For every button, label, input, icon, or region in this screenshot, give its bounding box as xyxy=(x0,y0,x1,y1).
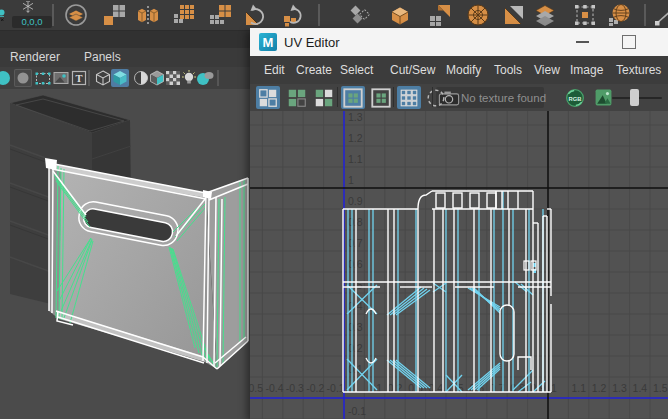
toolbar-separator xyxy=(52,4,54,26)
toolbar-separator xyxy=(644,4,646,26)
uv-editor-window: M UV Editor EditCreateSelectCut/SewModif… xyxy=(250,28,668,419)
svg-text:0.9: 0.9 xyxy=(348,195,363,207)
uv-menu-image[interactable]: Image xyxy=(570,63,603,77)
dim-image-slider-handle[interactable] xyxy=(630,89,639,106)
uv-shell-wireframe xyxy=(343,191,551,392)
uv-tiles-green-button[interactable] xyxy=(285,86,309,109)
uv-gridlines xyxy=(250,111,668,419)
svg-text:1.3: 1.3 xyxy=(612,382,627,394)
image-display-icon[interactable] xyxy=(591,86,615,109)
grid-border-alt-button[interactable] xyxy=(369,86,393,109)
uv-menu-select[interactable]: Select xyxy=(340,63,373,77)
maximize-button[interactable] xyxy=(622,35,636,49)
uv-axes xyxy=(250,111,668,419)
toolbar-separator xyxy=(318,4,320,26)
uv-menu-textures[interactable]: Textures xyxy=(616,63,661,77)
rgb-channel-icon[interactable]: RGB xyxy=(563,86,587,109)
image-plane-icon[interactable] xyxy=(52,69,70,87)
uv-menu-modify[interactable]: Modify xyxy=(446,63,481,77)
layout-blocks-icon[interactable] xyxy=(206,2,234,28)
svg-text:RGB: RGB xyxy=(569,95,582,101)
svg-text:1.3: 1.3 xyxy=(348,111,363,123)
grid-border-button[interactable] xyxy=(341,86,365,109)
svg-text:1.4: 1.4 xyxy=(633,382,648,394)
uv-menu-create[interactable]: Create xyxy=(296,63,332,77)
fold-corner-icon[interactable] xyxy=(500,2,528,28)
render-ball-button[interactable] xyxy=(14,69,32,87)
svg-text:-0.5: -0.5 xyxy=(250,382,263,394)
uv-grid-svg: -0.5-0.4-0.3-0.2-0.10.10.20.30.40.50.60.… xyxy=(250,111,668,419)
toolbar-separator xyxy=(393,87,394,107)
text-hud-icon[interactable]: T xyxy=(70,69,88,87)
viewport-scene xyxy=(0,89,250,419)
svg-text:-0.2: -0.2 xyxy=(306,382,324,394)
uv-menu-tools[interactable]: Tools xyxy=(494,63,522,77)
shade-uvs-button[interactable] xyxy=(424,86,448,109)
svg-text:1.1: 1.1 xyxy=(348,153,363,165)
paint-sphere-icon[interactable] xyxy=(196,69,214,87)
svg-text:1: 1 xyxy=(551,382,557,394)
mirror-uv-icon[interactable] xyxy=(134,2,162,28)
svg-text:-0.4: -0.4 xyxy=(265,382,283,394)
shaded-mode-icon[interactable] xyxy=(111,69,129,87)
pin-tool-icon[interactable] xyxy=(652,2,668,28)
svg-text:1: 1 xyxy=(348,174,354,186)
wireframe-mode-icon[interactable] xyxy=(94,69,112,87)
svg-text:T: T xyxy=(75,73,82,84)
uv-tiles-mixed-button[interactable] xyxy=(312,86,336,109)
viewport-menubar: RendererPanels xyxy=(0,48,250,67)
uv-editor-menubar: EditCreateSelectCut/SewModifyToolsViewIm… xyxy=(250,56,668,84)
selected-panel-mesh[interactable] xyxy=(45,158,248,369)
transform-box-icon[interactable] xyxy=(571,2,599,28)
spherical-projection-icon[interactable] xyxy=(605,2,633,28)
viewport-iconbar: T xyxy=(0,67,250,89)
viewport-menu-panels[interactable]: Panels xyxy=(84,50,121,64)
window-title: UV Editor xyxy=(284,35,340,50)
svg-text:-0.1: -0.1 xyxy=(327,382,345,394)
3d-viewport[interactable] xyxy=(0,89,250,419)
viewport-menu-renderer[interactable]: Renderer xyxy=(10,50,60,64)
uv-tiles-button[interactable] xyxy=(256,86,280,109)
svg-text:1.2: 1.2 xyxy=(348,132,363,144)
unfold-cube-icon[interactable] xyxy=(386,2,414,28)
unfold-tiles-icon[interactable] xyxy=(426,2,454,28)
svg-text:1.2: 1.2 xyxy=(592,382,607,394)
toolbar-separator xyxy=(337,87,338,107)
uv-wheel-icon[interactable] xyxy=(464,2,492,28)
stack-shells-icon[interactable] xyxy=(531,2,559,28)
maya-workspace: { "top_toolbar": { "coord_readout": "0,0… xyxy=(0,0,668,419)
freeze-snowflake-icon[interactable] xyxy=(14,1,42,16)
minimize-button[interactable] xyxy=(576,41,589,43)
uv-axis-labels: -0.5-0.4-0.3-0.2-0.10.10.20.30.40.50.60.… xyxy=(250,111,668,417)
pixel-grid-button[interactable] xyxy=(397,86,421,109)
toolbar-separator xyxy=(217,70,219,86)
isolate-layers-icon[interactable] xyxy=(62,2,90,28)
orient-shells-icon[interactable] xyxy=(242,2,270,28)
uv-editor-titlebar[interactable]: M UV Editor xyxy=(250,28,668,56)
main-toolbar xyxy=(0,0,668,31)
viewport-panel: RendererPanels T xyxy=(0,48,250,419)
layout-grid-icon[interactable] xyxy=(170,2,198,28)
snap-settings-icon[interactable] xyxy=(0,2,12,28)
select-shells-icon[interactable] xyxy=(346,2,374,28)
copy-tiles-icon[interactable] xyxy=(100,2,128,28)
toolbar-separator xyxy=(88,70,90,86)
coordinate-readout: 0,0,0 xyxy=(12,16,52,28)
rotate-shells-icon[interactable] xyxy=(280,2,308,28)
svg-text:-0.1: -0.1 xyxy=(348,405,366,417)
toolbar-separator xyxy=(432,87,433,107)
maya-logo-icon: M xyxy=(259,33,277,51)
uv-menu-view[interactable]: View xyxy=(534,63,560,77)
svg-text:1.5: 1.5 xyxy=(653,382,668,394)
svg-text:1.1: 1.1 xyxy=(571,382,586,394)
texture-status-text: No texture found xyxy=(461,92,546,104)
selection-box-icon[interactable] xyxy=(34,69,52,87)
uv-menu-cutsew[interactable]: Cut/Sew xyxy=(390,63,435,77)
uv-menu-edit[interactable]: Edit xyxy=(264,63,285,77)
camera-select-icon[interactable] xyxy=(0,69,12,87)
svg-text:-0.3: -0.3 xyxy=(286,382,304,394)
uv-editor-toolbar: No texture found RGB xyxy=(250,84,668,111)
uv-canvas[interactable]: -0.5-0.4-0.3-0.2-0.10.10.20.30.40.50.60.… xyxy=(250,111,668,419)
texture-status-field[interactable]: No texture found xyxy=(436,87,544,108)
